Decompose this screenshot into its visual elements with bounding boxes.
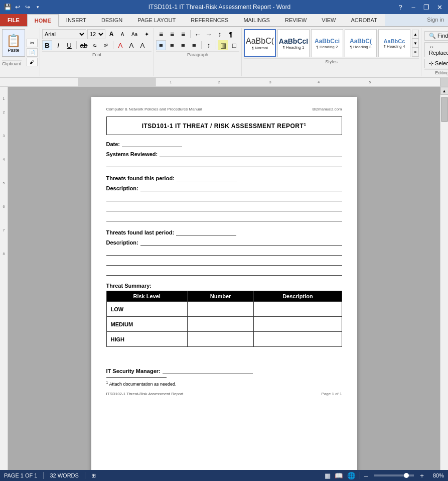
text-highlight-button[interactable]: A [126,40,136,50]
align-right-button[interactable]: ≡ [178,40,188,50]
strikethrough-button[interactable]: ab [79,40,89,50]
threats-last-period-value[interactable] [176,228,236,235]
superscript-button[interactable]: x² [101,40,111,50]
style-heading1[interactable]: AaBbCcI ¶ Heading 1 [277,29,310,57]
shrink-font-button[interactable]: A [117,29,127,39]
desc2-line-3 [106,259,342,266]
acrobat-tab[interactable]: ACROBAT [343,14,384,26]
quick-access-toolbar: 💾 ↩ ↪ ▾ [0,3,45,11]
help-button[interactable]: ? [394,1,407,14]
col-description: Description [254,291,342,302]
number-medium[interactable] [187,317,253,332]
description-value-2[interactable] [140,238,342,246]
minimize-button[interactable]: – [407,1,420,14]
increase-indent-button[interactable]: → [204,29,214,39]
save-button[interactable]: 💾 [3,3,12,11]
status-divider-1 [43,472,44,479]
grow-font-button[interactable]: A [106,29,116,39]
styles-more[interactable]: ≡ [412,48,419,57]
close-button[interactable]: ✕ [433,1,446,14]
home-tab[interactable]: HOME [27,14,59,27]
paste-button[interactable]: 📋 Paste [2,29,25,57]
justify-button[interactable]: ≡ [189,40,199,50]
date-value[interactable] [122,140,182,147]
styles-scroll-up[interactable]: ▲ [412,30,419,39]
borders-button[interactable]: □ [229,40,239,50]
view-layout-button[interactable]: ▦ [325,472,331,479]
restore-button[interactable]: ❐ [420,1,433,14]
sign-in-link[interactable]: Sign in [423,14,448,26]
design-tab[interactable]: DESIGN [94,14,130,26]
align-center-button[interactable]: ≡ [167,40,177,50]
scroll-thumb[interactable] [441,97,448,122]
number-low[interactable] [187,302,253,317]
format-painter-button[interactable]: 🖌 [27,58,38,66]
security-manager-field: IT Security Manager: [106,367,342,374]
view-icon[interactable]: ⊞ [91,472,96,479]
font-color-button[interactable]: A [137,40,147,50]
italic-button[interactable]: I [53,40,63,50]
shading-button[interactable]: ▥ [218,40,228,50]
copy-button[interactable]: 📄 [27,48,38,57]
insert-tab[interactable]: INSERT [59,14,94,26]
desc-medium[interactable] [254,317,342,332]
zoom-out-button[interactable]: – [364,472,368,479]
font-family-select[interactable]: Arial [42,29,86,39]
align-left-button[interactable]: ≡ [156,40,166,50]
page-layout-tab[interactable]: PAGE LAYOUT [130,14,183,26]
bullets-button[interactable]: ≡ [156,29,166,39]
text-effects-button[interactable]: A [115,40,125,50]
systems-reviewed-value[interactable] [160,150,342,157]
table-row[interactable]: HIGH [106,332,342,347]
clear-format-button[interactable]: ✦ [141,29,152,39]
zoom-in-button[interactable]: + [420,472,424,479]
style-normal[interactable]: AaBbC( ¶ Normal [244,29,276,57]
style-heading3[interactable]: AaBbC( ¶ Heading 3 [345,29,377,57]
desc-high[interactable] [254,332,342,347]
show-hide-button[interactable]: ¶ [226,29,236,39]
threats-period-value[interactable] [177,174,237,181]
style-heading4[interactable]: AaBbCc ¶ Heading 4 [378,29,410,57]
number-high[interactable] [187,332,253,347]
paragraph-group: ≡ ≡ ≡ ← → ↕ ¶ ≡ ≡ ≡ ≡ ↕ ▥ □ Paragraph [154,28,242,76]
document-page[interactable]: Computer & Network Policies and Procedur… [91,97,357,477]
desc-low[interactable] [254,302,342,317]
bold-button[interactable]: B [42,40,52,50]
zoom-slider[interactable] [374,474,414,476]
document-container[interactable]: Computer & Network Policies and Procedur… [8,87,440,481]
description-value-1[interactable] [140,184,342,191]
style-heading2[interactable]: AaBbCci ¶ Heading 2 [311,29,343,57]
scroll-up-button[interactable]: ▲ [440,87,449,95]
security-manager-value[interactable] [163,367,253,374]
find-button[interactable]: 🔍 Find ▾ [424,31,448,41]
subscript-button[interactable]: x₂ [90,40,100,50]
vertical-scrollbar[interactable]: ▲ [440,87,448,481]
mailings-tab[interactable]: MAILINGS [236,14,277,26]
references-tab[interactable]: REFERENCES [183,14,236,26]
view-read-button[interactable]: 📖 [335,472,343,479]
numbering-button[interactable]: ≡ [167,29,177,39]
cut-button[interactable]: ✂ [27,39,38,47]
sort-button[interactable]: ↕ [215,29,225,39]
redo-button[interactable]: ↪ [23,3,32,11]
doc-header-right: Bizmanualz.com [313,107,342,111]
status-right: ▦ 📖 🌐 – + 80% [325,472,444,479]
view-web-button[interactable]: 🌐 [347,472,356,479]
change-case-button[interactable]: Aa [128,29,140,39]
zoom-thumb [404,473,409,478]
review-tab[interactable]: REVIEW [277,14,314,26]
table-row[interactable]: LOW [106,302,342,317]
multilevel-button[interactable]: ≡ [178,29,188,39]
view-tab[interactable]: VIEW [314,14,343,26]
table-row[interactable]: MEDIUM [106,317,342,332]
qa-dropdown-button[interactable]: ▾ [33,3,42,11]
select-button[interactable]: ⊹ Select ▾ [424,59,448,68]
font-size-select[interactable]: 12 [87,29,105,39]
underline-button[interactable]: U [64,40,74,50]
decrease-indent-button[interactable]: ← [193,29,203,39]
undo-button[interactable]: ↩ [13,3,22,11]
line-spacing-button[interactable]: ↕ [204,40,214,50]
styles-scroll-down[interactable]: ▼ [412,39,419,48]
replace-button[interactable]: ↔ Replace [424,42,448,57]
file-tab[interactable]: FILE [0,14,27,26]
